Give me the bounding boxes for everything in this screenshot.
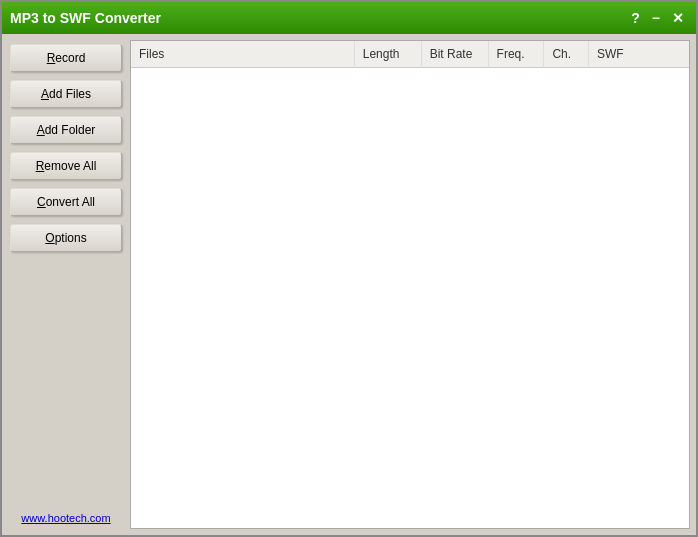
record-button[interactable]: Record [10, 44, 122, 72]
window-title: MP3 to SWF Converter [10, 10, 161, 26]
add-files-button[interactable]: Add Files [10, 80, 122, 108]
title-bar: MP3 to SWF Converter ? − ✕ [2, 2, 696, 34]
help-button[interactable]: ? [627, 10, 644, 26]
close-button[interactable]: ✕ [668, 10, 688, 26]
column-header-bitrate: Bit Rate [421, 41, 488, 68]
file-list-panel: Files Length Bit Rate Freq. Ch. SWF [130, 40, 690, 529]
website-link[interactable]: www.hootech.com [21, 512, 110, 524]
column-header-length: Length [354, 41, 421, 68]
main-window: MP3 to SWF Converter ? − ✕ Record Add Fi… [0, 0, 698, 537]
options-button[interactable]: Options [10, 224, 122, 252]
remove-all-button[interactable]: Remove All [10, 152, 122, 180]
content-area: Record Add Files Add Folder Remove All C… [2, 34, 696, 535]
convert-all-button[interactable]: Convert All [10, 188, 122, 216]
minimize-button[interactable]: − [648, 10, 664, 26]
column-header-files: Files [131, 41, 354, 68]
column-header-freq: Freq. [488, 41, 544, 68]
sidebar-footer: www.hootech.com [2, 510, 130, 525]
add-folder-button[interactable]: Add Folder [10, 116, 122, 144]
sidebar: Record Add Files Add Folder Remove All C… [2, 34, 130, 535]
file-table: Files Length Bit Rate Freq. Ch. SWF [131, 41, 689, 68]
window-controls: ? − ✕ [627, 10, 688, 26]
column-header-ch: Ch. [544, 41, 589, 68]
table-header-row: Files Length Bit Rate Freq. Ch. SWF [131, 41, 689, 68]
column-header-swf: SWF [589, 41, 689, 68]
